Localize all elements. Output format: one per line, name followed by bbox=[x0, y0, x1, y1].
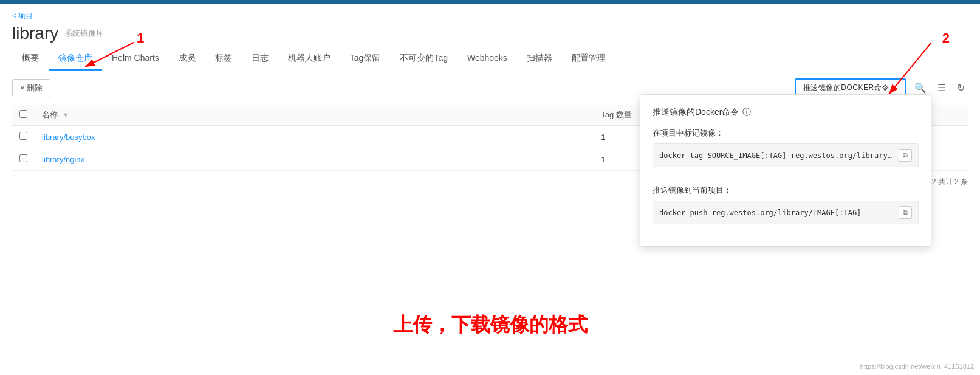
row-checkbox-2[interactable] bbox=[19, 154, 27, 162]
tag-section-label: 在项目中标记镜像： bbox=[653, 128, 919, 139]
popup-info-icon[interactable]: ⓘ bbox=[742, 107, 751, 118]
image-name-cell-1: library/busybox bbox=[35, 126, 594, 148]
tab-robot-accounts[interactable]: 机器人账户 bbox=[278, 48, 340, 71]
tab-helm-charts[interactable]: Helm Charts bbox=[102, 48, 169, 71]
name-column-label: 名称 bbox=[42, 110, 58, 119]
row-checkbox-cell bbox=[12, 126, 35, 148]
breadcrumb[interactable]: < 项目 bbox=[12, 11, 968, 21]
tab-image-repo[interactable]: 镜像仓库 bbox=[49, 48, 102, 71]
tab-config[interactable]: 配置管理 bbox=[562, 48, 615, 71]
popup-title: 推送镜像的Docker命令 ⓘ bbox=[653, 107, 919, 118]
popup-tag-section: 在项目中标记镜像： docker tag SOURCE_IMAGE[:TAG] … bbox=[653, 128, 919, 167]
tag-command-box: docker tag SOURCE_IMAGE[:TAG] reg.westos… bbox=[653, 143, 919, 167]
tab-overview[interactable]: 概要 bbox=[12, 48, 49, 71]
tab-scanner[interactable]: 扫描器 bbox=[517, 48, 562, 71]
push-section-label: 推送镜像到当前项目： bbox=[653, 185, 919, 196]
popup-title-text: 推送镜像的Docker命令 bbox=[653, 107, 739, 118]
tab-webhooks[interactable]: Webhooks bbox=[457, 48, 517, 71]
tab-logs[interactable]: 日志 bbox=[242, 48, 278, 71]
popup-divider bbox=[653, 177, 919, 177]
project-title: library 系统镜像库 bbox=[12, 24, 968, 43]
filter-icon[interactable]: ▼ bbox=[63, 111, 69, 119]
big-annotation-text: 上传，下载镜像的格式 bbox=[393, 312, 588, 339]
project-subtitle: 系统镜像库 bbox=[64, 28, 104, 39]
delete-button[interactable]: × 删除 bbox=[12, 79, 50, 97]
tab-labels[interactable]: 标签 bbox=[205, 48, 242, 71]
tab-tag-retention[interactable]: Tag保留 bbox=[340, 48, 391, 71]
image-link-1[interactable]: library/busybox bbox=[42, 132, 95, 142]
breadcrumb-link[interactable]: < 项目 bbox=[12, 12, 33, 20]
page-container: < 项目 library 系统镜像库 概要 镜像仓库 Helm Charts 成… bbox=[0, 0, 980, 375]
push-command-box: docker push reg.westos.org/library/IMAGE… bbox=[653, 201, 919, 224]
name-column-header[interactable]: 名称 ▼ bbox=[35, 105, 594, 126]
tag-command-text: docker tag SOURCE_IMAGE[:TAG] reg.westos… bbox=[659, 151, 894, 160]
row-checkbox-cell bbox=[12, 148, 35, 171]
copy-tag-command-button[interactable]: ⧉ bbox=[899, 149, 912, 162]
list-view-button[interactable]: ☰ bbox=[934, 79, 949, 97]
header: < 项目 library 系统镜像库 概要 镜像仓库 Helm Charts 成… bbox=[0, 4, 980, 71]
copy-push-command-button[interactable]: ⧉ bbox=[899, 206, 912, 219]
popup-push-section: 推送镜像到当前项目： docker push reg.westos.org/li… bbox=[653, 185, 919, 224]
image-name-cell-2: library/nginx bbox=[35, 148, 594, 171]
push-command-text: docker push reg.westos.org/library/IMAGE… bbox=[659, 208, 894, 217]
image-link-2[interactable]: library/nginx bbox=[42, 155, 84, 164]
select-all-checkbox[interactable] bbox=[19, 110, 27, 118]
tab-members[interactable]: 成员 bbox=[169, 48, 205, 71]
bottom-note: https://blog.csdn.net/weixin_41151812 bbox=[860, 363, 974, 370]
docker-command-popup: 推送镜像的Docker命令 ⓘ 在项目中标记镜像： docker tag SOU… bbox=[640, 94, 931, 247]
nav-tabs: 概要 镜像仓库 Helm Charts 成员 标签 日志 机器人账户 Tag保留… bbox=[12, 48, 968, 71]
tab-immutable-tag[interactable]: 不可变的Tag bbox=[390, 48, 457, 71]
select-all-header[interactable] bbox=[12, 105, 35, 126]
project-name: library bbox=[12, 24, 58, 43]
refresh-button[interactable]: ↻ bbox=[954, 79, 968, 97]
row-checkbox-1[interactable] bbox=[19, 132, 27, 140]
